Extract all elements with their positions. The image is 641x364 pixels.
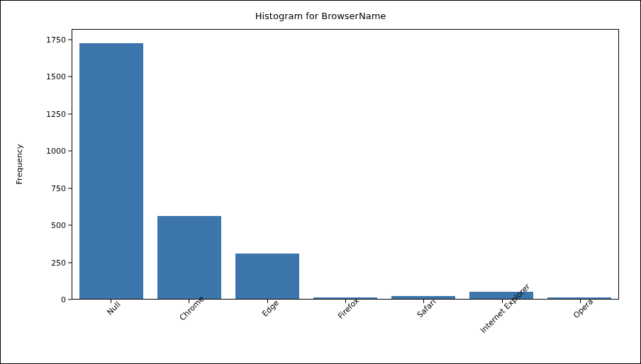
y-tick-label: 1250	[30, 109, 66, 118]
x-tick-mark	[423, 300, 424, 303]
bars-group	[72, 30, 618, 299]
y-axis-label: Frequency	[15, 144, 24, 185]
y-axis: Frequency 02505007501000125015001750	[8, 29, 72, 300]
y-tick-label: 250	[30, 258, 66, 267]
x-tick-label: Opera	[572, 297, 595, 320]
chart-container: Histogram for BrowserName Frequency 0250…	[8, 8, 633, 356]
x-tick-mark	[580, 300, 581, 303]
y-tick-label: 1500	[30, 72, 66, 81]
x-tick-mark	[189, 300, 189, 303]
bar	[235, 254, 299, 299]
x-tick-label: Null	[106, 300, 123, 317]
x-tick-mark	[345, 300, 346, 303]
x-tick-mark	[111, 300, 111, 303]
x-axis: NullChromeEdgeFirefoxSafariInternet Expl…	[72, 300, 619, 356]
y-tick-label: 750	[30, 183, 66, 193]
y-tick-label: 1750	[30, 35, 66, 44]
x-tick-mark	[267, 300, 268, 303]
chart-title: Histogram for BrowserName	[8, 11, 633, 21]
y-tick-label: 0	[30, 295, 66, 305]
x-tick-label: Firefox	[336, 296, 361, 321]
bar	[547, 297, 611, 299]
bar	[157, 216, 221, 299]
plot-area	[72, 29, 619, 300]
x-tick-mark	[502, 300, 503, 303]
y-tick-label: 1000	[30, 147, 66, 156]
x-tick-label: Edge	[260, 298, 281, 319]
bar	[313, 297, 377, 300]
y-tick-label: 500	[30, 221, 66, 230]
x-tick-label: Safari	[416, 297, 438, 320]
bar	[79, 43, 143, 299]
bar	[391, 296, 455, 299]
